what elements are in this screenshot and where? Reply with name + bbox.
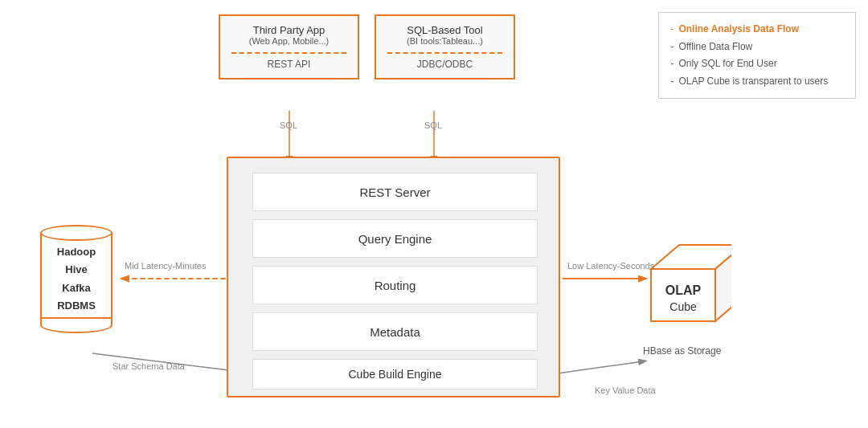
third-party-subtitle: (Web App, Mobile...) xyxy=(231,36,346,46)
rest-server-label: REST Server xyxy=(359,185,430,199)
sql-tool-title: SQL-Based Tool xyxy=(387,24,502,36)
sql-label-2: SQL xyxy=(424,120,442,130)
rest-server-row: REST Server xyxy=(252,173,538,211)
third-party-title: Third Party App xyxy=(231,24,346,36)
legend-dash-gray: - xyxy=(670,39,674,56)
query-engine-label: Query Engine xyxy=(358,232,432,246)
key-value-label: Key Value Data xyxy=(595,385,656,395)
olap-container: OLAP Cube xyxy=(635,237,731,336)
cylinder-body: HadoopHiveKafkaRDBMS xyxy=(40,233,113,325)
legend-olap-label: OLAP Cube is transparent to users xyxy=(678,73,828,91)
sql-label-1: SQL xyxy=(280,120,297,130)
legend-sql-row: - Only SQL for End User xyxy=(670,55,844,73)
cylinder-bottom xyxy=(40,317,113,333)
legend-online-label: Online Analysis Data Flow xyxy=(678,21,799,39)
metadata-row: Metadata xyxy=(252,312,538,351)
svg-text:OLAP: OLAP xyxy=(665,283,702,297)
legend-offline-row: - Offline Data Flow xyxy=(670,39,844,56)
mid-latency-label: Mid Latency-Minutes xyxy=(125,261,207,271)
legend-olap-row: - OLAP Cube is transparent to users xyxy=(670,73,844,91)
legend-dash-sql: - xyxy=(670,55,674,73)
query-engine-row: Query Engine xyxy=(252,219,538,258)
svg-text:Cube: Cube xyxy=(669,300,697,313)
jdbc-label: JDBC/ODBC xyxy=(387,52,502,70)
cube-build-engine-label: Cube Build Engine xyxy=(349,368,442,381)
cylinder-top xyxy=(40,225,113,241)
hbase-label: HBase as Storage xyxy=(643,345,721,357)
routing-label: Routing xyxy=(375,279,416,292)
legend-offline-label: Offline Data Flow xyxy=(678,39,752,56)
rest-api-label: REST API xyxy=(231,52,346,70)
hadoop-text: HadoopHiveKafkaRDBMS xyxy=(57,243,96,314)
cube-build-engine-row: Cube Build Engine xyxy=(252,359,538,389)
routing-row: Routing xyxy=(252,266,538,304)
olap-cube-svg: OLAP Cube xyxy=(635,237,731,333)
legend-online-row: - Online Analysis Data Flow xyxy=(670,21,844,39)
legend-sql-label: Only SQL for End User xyxy=(678,55,776,73)
legend-dash-olap: - xyxy=(670,73,674,91)
metadata-label: Metadata xyxy=(370,325,420,339)
legend-box: - Online Analysis Data Flow - Offline Da… xyxy=(658,12,856,99)
legend-dash-orange: - xyxy=(670,21,674,39)
diagram: - Online Analysis Data Flow - Offline Da… xyxy=(0,0,868,428)
star-schema-label: Star Schema Data xyxy=(113,361,185,371)
low-latency-label: Low Latency-Seconds xyxy=(567,261,654,271)
engine-box: REST Server Query Engine Routing Metadat… xyxy=(227,157,560,397)
sql-tool-box: SQL-Based Tool (BI tools:Tableau...) JDB… xyxy=(375,14,515,79)
sql-tool-subtitle: (BI tools:Tableau...) xyxy=(387,36,502,46)
svg-line-7 xyxy=(547,361,643,375)
third-party-box: Third Party App (Web App, Mobile...) RES… xyxy=(219,14,359,79)
hadoop-container: HadoopHiveKafkaRDBMS xyxy=(40,225,113,333)
